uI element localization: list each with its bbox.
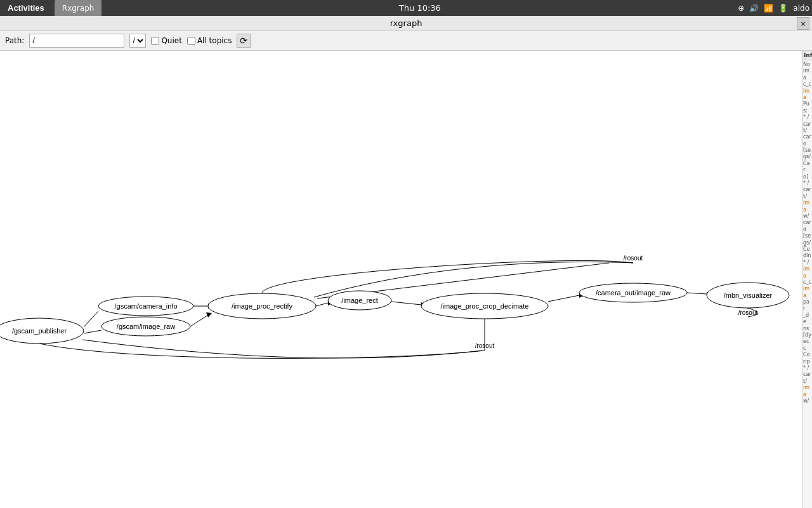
svg-text:/gscam/camera_info: /gscam/camera_info [114,302,177,310]
svg-text:/gscam/image_raw: /gscam/image_raw [117,323,175,330]
info-panel-content: Noimac_cimaPus:* /cart/caro[segs/Caro]* … [802,60,812,406]
title-bar: rxgraph × [0,16,812,31]
toolbar: Path: / Quiet All topics ⟳ [0,31,812,51]
window: rxgraph × Path: / Quiet All topics ⟳ [0,16,812,508]
path-input[interactable] [29,34,124,48]
path-label: Path: [5,36,24,45]
svg-line-8 [391,302,421,305]
activities-button[interactable]: Activities [3,0,49,16]
svg-line-12 [687,293,707,294]
svg-text:/mbn_visualizer: /mbn_visualizer [724,291,773,299]
accessibility-icon[interactable]: ⊕ [738,4,744,13]
window-tab[interactable]: Rxgraph [55,0,102,16]
svg-text:/image_proc_rectify: /image_proc_rectify [232,302,292,310]
info-panel-header: Inf [802,51,812,60]
system-icons: ⊕ 🔊 📶 🔋 aldo [738,4,809,13]
svg-line-1 [84,330,102,333]
all-topics-checkbox-label[interactable]: All topics [187,36,232,45]
graph-svg: /gscam_publisher /image_proc_rectify /im… [0,51,802,508]
svg-text:/camera_out/image_raw: /camera_out/image_raw [596,289,671,297]
svg-text:/image_rect: /image_rect [341,297,377,304]
graph-area[interactable]: /gscam_publisher /image_proc_rectify /im… [0,51,802,508]
all-topics-checkbox[interactable] [187,37,195,45]
user-label[interactable]: aldo [793,4,809,13]
quiet-checkbox-label[interactable]: Quiet [151,36,181,45]
refresh-button[interactable]: ⟳ [237,34,251,48]
main: /gscam_publisher /image_proc_rectify /im… [0,51,812,508]
svg-line-0 [84,311,98,327]
quiet-checkbox[interactable] [151,37,159,45]
svg-text:/rosout: /rosout [738,309,758,316]
svg-text:/image_proc_crop_decimate: /image_proc_crop_decimate [441,302,529,310]
path-dropdown[interactable]: / [129,34,146,48]
topbar: Activities Rxgraph Thu 10:36 ⊕ 🔊 📶 🔋 ald… [0,0,812,16]
wifi-icon[interactable]: 📶 [764,4,773,13]
svg-text:/rosout: /rosout [475,342,495,349]
svg-line-4 [190,314,209,326]
svg-text:/rosout: /rosout [624,255,643,262]
svg-line-6 [316,303,328,306]
svg-line-10 [548,295,579,302]
close-button[interactable]: × [797,17,809,30]
clock: Thu 10:36 [107,3,733,13]
volume-icon[interactable]: 🔊 [749,4,759,13]
svg-text:/gscam_publisher: /gscam_publisher [12,327,67,335]
svg-marker-5 [206,312,212,318]
battery-icon[interactable]: 🔋 [778,4,788,13]
window-title: rxgraph [390,18,422,28]
svg-point-35 [390,222,396,229]
info-panel: Inf Noimac_cimaPus:* /cart/caro[segs/Car… [802,51,812,508]
